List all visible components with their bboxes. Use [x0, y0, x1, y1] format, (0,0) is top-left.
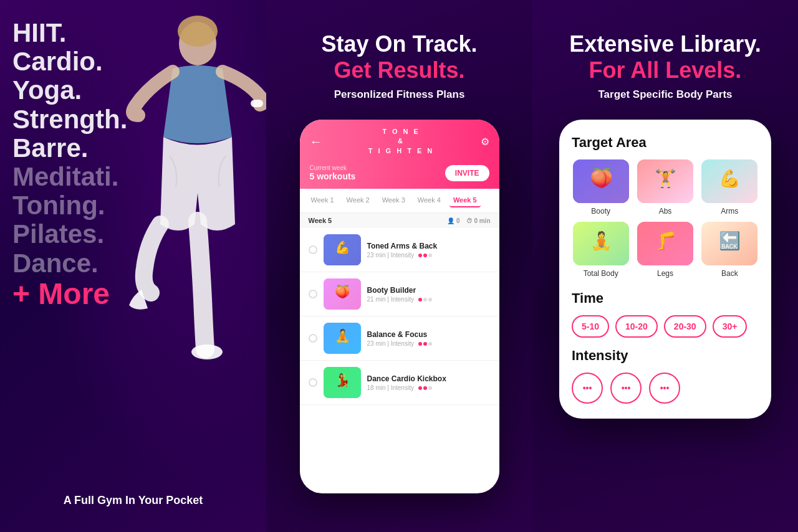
right-subheadline: Target Specific Body Parts — [598, 88, 732, 101]
week-stats: 👤 0 ⏱ 0 min — [447, 217, 490, 224]
workout-info-2: Booty Builder 21 min | Intensity — [367, 286, 491, 303]
workout-thumb-3: 🧘 — [324, 323, 361, 354]
workout-name-1: Toned Arms & Back — [367, 242, 491, 250]
workout-meta-2: 21 min | Intensity — [367, 296, 491, 303]
body-part-total[interactable]: 🧘 Total Body — [572, 222, 630, 278]
middle-headline: Stay On Track. Get Results. — [321, 31, 477, 83]
svg-text:🧘: 🧘 — [334, 328, 350, 343]
body-part-thumb-legs: 🦵 — [637, 222, 693, 265]
week-tab-1[interactable]: Week 1 — [307, 194, 338, 207]
phone-mockup-middle: ← T O N E & T I G H T E N ⚙ Current week… — [300, 120, 499, 493]
workout-checkbox-2[interactable] — [309, 290, 317, 298]
week-section-header: Week 5 👤 0 ⏱ 0 min — [300, 213, 499, 228]
workout-checkbox-3[interactable] — [309, 334, 317, 343]
left-panel-tagline: A Full Gym In Your Pocket — [0, 494, 266, 507]
svg-text:🍑: 🍑 — [589, 167, 613, 189]
workout-info-4: Dance Cardio Kickbox 18 min | Intensity — [367, 374, 491, 391]
body-part-legs[interactable]: 🦵 Legs — [636, 222, 694, 278]
time-title: Time — [572, 290, 759, 306]
workout-thumb-1: 💪 — [324, 234, 361, 265]
workout-item-3[interactable]: 🧘 Balance & Focus 23 min | Intensity — [300, 316, 499, 361]
left-panel: HIIT. Cardio. Yoga. Strength. Barre. Med… — [0, 0, 266, 532]
workout-name-3: Balance & Focus — [367, 330, 491, 339]
workout-meta-3: 23 min | Intensity — [367, 340, 491, 347]
svg-text:🏋️: 🏋️ — [654, 168, 676, 189]
intensity-circle-3[interactable]: ••• — [649, 373, 680, 404]
week-tabs: Week 1 Week 2 Week 3 Week 4 Week 5 — [300, 189, 499, 213]
back-arrow-icon[interactable]: ← — [310, 135, 322, 149]
right-headline-line1: Extensive Library. — [569, 31, 761, 57]
current-week-label: Current week — [310, 164, 356, 171]
body-part-booty[interactable]: 🍑 Booty — [572, 159, 630, 216]
workout-item-1[interactable]: 💪 Toned Arms & Back 23 min | Intensity — [300, 228, 499, 272]
workout-item-4[interactable]: 💃 Dance Cardio Kickbox 18 min | Intensit… — [300, 361, 499, 405]
right-panel: Extensive Library. For All Levels. Targe… — [532, 0, 798, 532]
current-week-bar: Current week 5 workouts INVITE — [300, 161, 499, 189]
svg-text:🧘: 🧘 — [590, 230, 612, 251]
svg-rect-2 — [251, 100, 263, 107]
svg-point-3 — [191, 344, 223, 359]
workout-checkbox-1[interactable] — [309, 245, 317, 254]
settings-icon[interactable]: ⚙ — [481, 136, 489, 148]
body-parts-grid: 🍑 Booty 🏋️ Abs 💪 Arms � — [572, 159, 759, 278]
app-name: T O N E & T I G H T E N — [368, 127, 435, 156]
workout-thumb-4: 💃 — [324, 367, 361, 398]
right-headline-line2: For All Levels. — [569, 57, 761, 83]
workout-name-4: Dance Cardio Kickbox — [367, 374, 491, 383]
workout-checkbox-4[interactable] — [309, 378, 317, 387]
headline-line2: Get Results. — [321, 57, 477, 83]
body-part-thumb-abs: 🏋️ — [637, 159, 693, 203]
svg-text:💪: 💪 — [719, 168, 741, 189]
week-tab-5[interactable]: Week 5 — [449, 194, 481, 207]
svg-text:🦵: 🦵 — [654, 230, 676, 251]
intensity-title: Intensity — [572, 348, 759, 364]
time-btn-10-20[interactable]: 10-20 — [615, 315, 658, 338]
intensity-circle-1[interactable]: ••• — [572, 373, 603, 404]
athlete-figure — [67, 0, 266, 405]
time-btn-20-30[interactable]: 20-30 — [664, 315, 706, 338]
invite-button[interactable]: INVITE — [445, 165, 489, 181]
svg-point-1 — [178, 16, 218, 47]
body-part-thumb-booty: 🍑 — [573, 159, 629, 203]
body-part-label-arms: Arms — [721, 207, 738, 216]
workout-item-2[interactable]: 🍑 Booty Builder 21 min | Intensity — [300, 272, 499, 316]
body-part-label-back: Back — [721, 269, 738, 278]
workout-meta-1: 23 min | Intensity — [367, 252, 491, 259]
week-tab-4[interactable]: Week 4 — [414, 194, 445, 207]
time-btn-30plus[interactable]: 30+ — [713, 315, 748, 338]
time-buttons: 5-10 10-20 20-30 30+ — [572, 315, 759, 338]
workout-meta-4: 18 min | Intensity — [367, 384, 491, 391]
middle-panel: Stay On Track. Get Results. Personlized … — [266, 0, 532, 532]
body-part-thumb-total: 🧘 — [573, 222, 629, 265]
workout-name-2: Booty Builder — [367, 286, 491, 295]
phone-top-bar: ← T O N E & T I G H T E N ⚙ — [300, 120, 499, 161]
body-part-thumb-arms: 💪 — [701, 159, 757, 203]
intensity-section: Intensity ••• ••• ••• — [572, 348, 759, 404]
body-part-thumb-back: 🔙 — [701, 222, 757, 265]
svg-text:🍑: 🍑 — [334, 284, 350, 299]
workouts-count: 5 workouts — [310, 171, 356, 181]
target-area-title: Target Area — [572, 135, 759, 151]
workout-info-3: Balance & Focus 23 min | Intensity — [367, 330, 491, 347]
middle-subheadline: Personlized Fitness Plans — [334, 88, 465, 101]
workout-thumb-2: 🍑 — [324, 278, 361, 310]
week-tab-3[interactable]: Week 3 — [378, 194, 409, 207]
week-tab-2[interactable]: Week 2 — [343, 194, 373, 207]
svg-text:🔙: 🔙 — [719, 230, 741, 251]
intensity-circle-2[interactable]: ••• — [610, 373, 642, 404]
workout-info-1: Toned Arms & Back 23 min | Intensity — [367, 242, 491, 259]
headline-line1: Stay On Track. — [321, 31, 477, 57]
workout-list: 💪 Toned Arms & Back 23 min | Intensity 🍑 — [300, 228, 499, 405]
body-part-arms[interactable]: 💪 Arms — [701, 159, 759, 216]
body-part-abs[interactable]: 🏋️ Abs — [636, 159, 694, 216]
body-part-label-booty: Booty — [591, 207, 610, 216]
intensity-circles: ••• ••• ••• — [572, 373, 759, 404]
body-part-label-total: Total Body — [584, 269, 618, 278]
body-part-label-legs: Legs — [657, 269, 673, 278]
time-section: Time 5-10 10-20 20-30 30+ — [572, 290, 759, 338]
time-btn-5-10[interactable]: 5-10 — [572, 315, 609, 338]
body-part-label-abs: Abs — [659, 207, 672, 216]
right-headline: Extensive Library. For All Levels. — [569, 31, 761, 83]
body-part-back[interactable]: 🔙 Back — [701, 222, 759, 278]
svg-text:💃: 💃 — [334, 373, 350, 387]
